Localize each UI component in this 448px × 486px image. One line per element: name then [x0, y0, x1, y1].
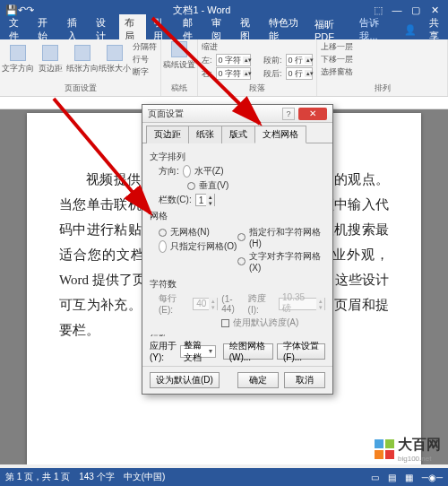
forward-button[interactable]: 上移一层	[321, 41, 353, 53]
radio-vertical[interactable]	[187, 182, 195, 190]
margins-button[interactable]: 页边距	[36, 45, 65, 74]
spacing-before-input[interactable]: 0 行▴▾	[286, 54, 314, 66]
group-arrange-label: 排列	[321, 82, 444, 94]
status-lang[interactable]: 中文(中国)	[124, 471, 166, 483]
line-grid-only-label: 只指定行网格(O)	[170, 240, 237, 253]
svg-line-1	[54, 99, 151, 213]
per-line-label: 每行(E):	[159, 292, 189, 315]
radio-line-grid-only[interactable]	[159, 240, 167, 253]
backward-button[interactable]: 下移一层	[321, 54, 353, 65]
logo-icon	[375, 439, 394, 459]
dialog-buttons: 设为默认值(D) 确定 取消	[142, 366, 332, 394]
ok-button[interactable]: 确定	[237, 372, 279, 388]
cancel-button[interactable]: 取消	[284, 372, 325, 388]
zoom-slider[interactable]: ─◉─	[422, 473, 443, 482]
apply-to-select[interactable]: 整篇文档	[180, 345, 215, 358]
line-char-grid-label: 指定行和字符网格(H)	[249, 226, 325, 248]
per-line-input: 40▴▾	[193, 298, 218, 310]
view-web-icon[interactable]: ▦	[405, 473, 413, 482]
orientation-button[interactable]: 纸张方向	[68, 45, 97, 74]
logo-url: big100.net	[398, 455, 441, 463]
radio-horizontal[interactable]	[183, 165, 191, 178]
per-line-range: (1-44)	[221, 294, 244, 314]
radio-line-char-grid[interactable]	[237, 233, 246, 241]
draw-grid-button[interactable]: 绘图网格(W)...	[223, 343, 273, 360]
radio-no-grid[interactable]	[159, 229, 167, 237]
dialog-close-icon[interactable]: ✕	[298, 108, 327, 120]
size-button[interactable]: 纸张大小	[100, 45, 129, 74]
orientation-icon	[74, 45, 90, 61]
char-pitch-input: 10.35 磅▴▾	[279, 298, 325, 310]
set-default-button[interactable]: 设为默认值(D)	[150, 372, 220, 388]
share-icon[interactable]: 👤	[399, 22, 422, 38]
apply-to-label: 应用于(Y):	[150, 340, 177, 362]
minimize-icon[interactable]: —	[389, 4, 405, 15]
margins-icon	[42, 45, 58, 61]
columns-input[interactable]: 1▴▾	[195, 194, 216, 206]
horizontal-label: 水平(Z)	[194, 165, 224, 178]
no-grid-label: 无网格(N)	[170, 226, 210, 239]
status-words[interactable]: 143 个字	[79, 471, 114, 483]
apply-row: 应用于(Y): 整篇文档 绘图网格(W)... 字体设置(F)...	[142, 336, 332, 366]
selection-pane-button[interactable]: 选择窗格	[321, 66, 353, 78]
text-align-grid-label: 文字对齐字符网格(X)	[249, 250, 325, 273]
annotation-arrow-radio	[45, 90, 179, 226]
watermark-logo: 大百网 big100.net	[375, 436, 441, 463]
statusbar: 第 1 页，共 1 页 143 个字 中文(中国) ▭ ▤ ▦ ─◉─	[0, 468, 448, 486]
text-direction-button[interactable]: 文字方向	[4, 45, 32, 74]
size-icon	[107, 45, 123, 61]
view-readmode-icon[interactable]: ▭	[371, 473, 379, 482]
status-page[interactable]: 第 1 页，共 1 页	[5, 471, 70, 483]
view-print-icon[interactable]: ▤	[388, 473, 396, 482]
font-settings-button[interactable]: 字体设置(F)...	[277, 343, 325, 360]
logo-name: 大百网	[398, 436, 441, 455]
cb-default-pitch	[221, 319, 229, 327]
group-arrange: 上移一层 下移一层 选择窗格 排列	[317, 39, 448, 96]
default-pitch-label: 使用默认跨度(A)	[233, 317, 298, 329]
radio-text-align-grid[interactable]	[237, 257, 246, 265]
spacing-after-input[interactable]: 0 行▴▾	[286, 67, 314, 80]
chars-label: 字符数	[150, 278, 325, 291]
group-page-setup: 文字方向 页边距 纸张方向 纸张大小 分隔符 行号 断字 页面设置	[0, 39, 161, 96]
text-direction-icon	[10, 45, 26, 61]
char-pitch-label: 跨度(I):	[248, 292, 275, 315]
vertical-label: 垂直(V)	[199, 179, 228, 192]
